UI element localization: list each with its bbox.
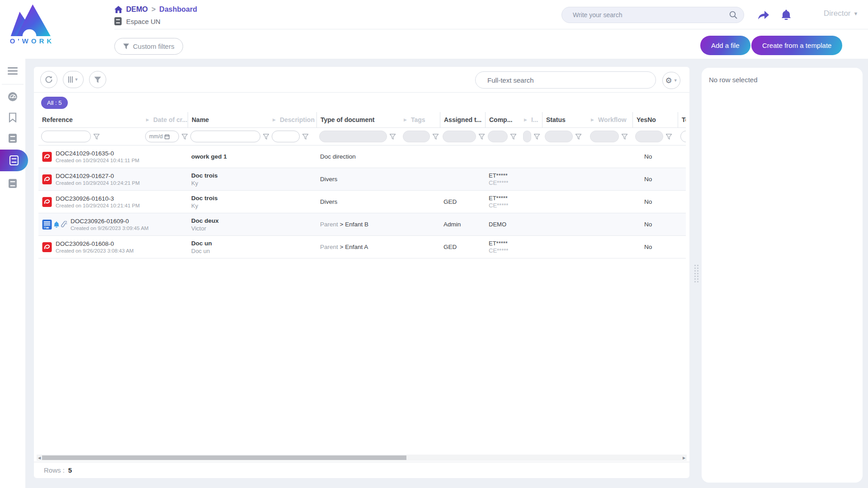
filter-funnel-icon[interactable] bbox=[479, 134, 485, 140]
row-assigned bbox=[440, 145, 485, 168]
column-header-8[interactable]: Comp... bbox=[485, 112, 520, 127]
sort-arrow-icon: ▶ bbox=[146, 117, 149, 122]
table-footer: Rows : 5 bbox=[34, 462, 689, 478]
sidebar-item-archives[interactable] bbox=[0, 175, 25, 192]
row-created-date: Created on 9/26/2023 3:09:45 AM bbox=[71, 225, 149, 231]
filter-funnel-icon[interactable] bbox=[94, 134, 99, 140]
all-count-badge[interactable]: All : 5 bbox=[41, 97, 68, 109]
rows-label: Rows : bbox=[44, 466, 65, 474]
filter-input[interactable] bbox=[680, 131, 686, 142]
scroll-right-icon[interactable]: ▶ bbox=[681, 456, 687, 460]
table-row[interactable]: DOC230926-01610-3Created on 10/29/2024 1… bbox=[38, 191, 686, 213]
share-button[interactable] bbox=[756, 8, 771, 22]
breadcrumb-root[interactable]: DEMO bbox=[126, 5, 148, 14]
paperclip-icon bbox=[61, 221, 67, 228]
filter-funnel-icon[interactable] bbox=[302, 134, 308, 140]
sidebar-item-documents-active[interactable] bbox=[0, 150, 28, 171]
scrollbar-thumb[interactable] bbox=[42, 455, 406, 460]
row-company: DEMO bbox=[485, 213, 520, 235]
column-label: YesNo bbox=[637, 116, 656, 123]
table-row[interactable]: DOC241029-01627-0Created on 10/29/2024 1… bbox=[38, 168, 686, 191]
search-icon[interactable] bbox=[729, 11, 737, 19]
column-filter-2: mm/d bbox=[142, 128, 188, 145]
sidebar-menu-toggle[interactable] bbox=[0, 62, 25, 80]
word-icon: ≡w bbox=[42, 219, 52, 230]
column-header-1[interactable]: Reference bbox=[38, 112, 142, 127]
breadcrumb-current[interactable]: Dashboard bbox=[159, 5, 197, 14]
column-filter-10 bbox=[542, 128, 587, 145]
filter-funnel-icon[interactable] bbox=[182, 134, 188, 140]
column-header-2[interactable]: ▶Date of cr... bbox=[142, 112, 188, 127]
app-logo[interactable]: O'WORK bbox=[7, 4, 57, 45]
notebook-icon bbox=[114, 17, 122, 25]
custom-filters-button[interactable]: Custom filters bbox=[114, 38, 183, 55]
documents-table-card: ▼ ⚙ ▼ All : 5 Reference▶Date of cr...Nam… bbox=[34, 67, 689, 478]
column-filter-12 bbox=[632, 128, 678, 145]
filter-button[interactable] bbox=[89, 71, 106, 88]
filter-input[interactable] bbox=[41, 131, 91, 142]
column-header-4[interactable]: ▶Description bbox=[269, 112, 316, 127]
filter-funnel-icon[interactable] bbox=[263, 134, 269, 140]
panel-drag-handle[interactable] bbox=[694, 265, 698, 282]
column-label: Name bbox=[192, 116, 209, 123]
filter-funnel-icon[interactable] bbox=[576, 134, 581, 140]
breadcrumb-separator: > bbox=[151, 5, 156, 14]
filter-funnel-icon[interactable] bbox=[534, 134, 540, 140]
row-type: Parent > Enfant B bbox=[316, 213, 400, 235]
sidebar-item-dashboard[interactable] bbox=[0, 88, 25, 105]
detail-panel: No row selected bbox=[702, 68, 863, 483]
bookmark-icon bbox=[9, 113, 17, 122]
refresh-button[interactable] bbox=[40, 71, 57, 88]
column-header-11[interactable]: ▶Workflow bbox=[587, 112, 632, 127]
pdf-icon bbox=[42, 242, 52, 253]
column-header-7[interactable]: Assigned t... bbox=[440, 112, 485, 127]
row-name-sub: Ky bbox=[191, 180, 198, 187]
home-icon[interactable] bbox=[114, 6, 123, 13]
horizontal-scrollbar[interactable]: ◀ ▶ bbox=[37, 455, 687, 461]
filter-funnel-icon[interactable] bbox=[510, 134, 516, 140]
notifications-button[interactable] bbox=[778, 8, 794, 22]
workspace-subtitle: Espace UN bbox=[114, 17, 160, 25]
fulltext-search-input[interactable] bbox=[487, 76, 647, 84]
table-row[interactable]: ≡wDOC230926-01609-0Created on 9/26/2023 … bbox=[38, 213, 686, 236]
row-yesno: No bbox=[632, 213, 678, 235]
filter-funnel-icon[interactable] bbox=[666, 134, 672, 140]
row-name: Doc trois bbox=[191, 195, 218, 202]
filter-funnel-icon[interactable] bbox=[622, 134, 627, 140]
calendar-icon[interactable] bbox=[165, 134, 170, 139]
filter-input-disabled bbox=[488, 131, 508, 142]
date-filter-input[interactable]: mm/d bbox=[145, 131, 179, 142]
column-filter-3 bbox=[188, 128, 269, 145]
filter-input[interactable] bbox=[272, 131, 300, 142]
scrollbar-track[interactable] bbox=[42, 455, 681, 460]
refresh-icon bbox=[45, 75, 53, 84]
column-label: Texte bbox=[682, 116, 686, 123]
filter-funnel-icon[interactable] bbox=[390, 134, 396, 140]
create-from-template-button[interactable]: Create from a template bbox=[751, 36, 842, 55]
sidebar-item-library[interactable] bbox=[0, 130, 25, 147]
column-header-10[interactable]: Status bbox=[542, 112, 587, 127]
columns-button[interactable]: ▼ bbox=[63, 71, 84, 88]
column-header-12[interactable]: YesNo bbox=[632, 112, 678, 127]
table-row[interactable]: DOC241029-01635-0Created on 10/29/2024 1… bbox=[38, 145, 686, 168]
column-header-9[interactable]: ▶I... bbox=[520, 112, 542, 127]
book-icon bbox=[8, 178, 17, 188]
column-header-3[interactable]: Name bbox=[188, 112, 269, 127]
global-search-input[interactable] bbox=[573, 11, 729, 19]
column-header-13[interactable]: Texte bbox=[678, 112, 686, 127]
sidebar-item-bookmarks[interactable] bbox=[0, 109, 25, 126]
scroll-left-icon[interactable]: ◀ bbox=[37, 456, 42, 460]
column-header-6[interactable]: ▶Tags bbox=[400, 112, 440, 127]
row-assigned bbox=[440, 168, 485, 190]
table-settings-button[interactable]: ⚙ ▼ bbox=[662, 72, 680, 89]
add-file-button[interactable]: Add a file bbox=[700, 36, 750, 55]
column-filter-4 bbox=[269, 128, 316, 145]
table-row[interactable]: DOC230926-01608-0Created on 9/26/2023 3:… bbox=[38, 236, 686, 258]
filter-funnel-icon[interactable] bbox=[433, 134, 439, 140]
column-header-5[interactable]: Type of document bbox=[316, 112, 400, 127]
row-created-date: Created on 10/29/2024 10:21:41 PM bbox=[56, 203, 140, 208]
user-role-menu[interactable]: Director ▼ bbox=[824, 9, 858, 18]
chevron-down-icon: ▼ bbox=[854, 11, 859, 16]
filter-input[interactable] bbox=[190, 131, 260, 142]
column-label: Reference bbox=[42, 116, 73, 123]
